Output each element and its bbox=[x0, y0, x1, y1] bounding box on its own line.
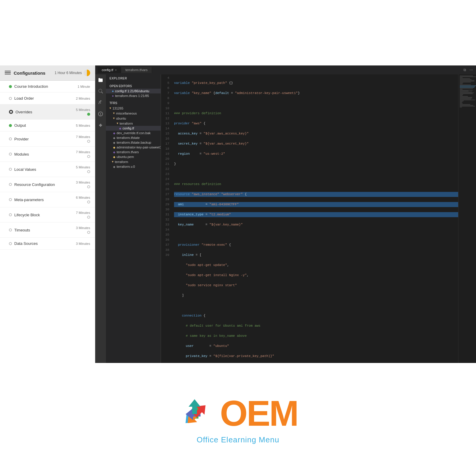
sidebar-item-timeouts[interactable]: Timeouts 3 Minutes bbox=[0, 223, 95, 238]
active-bullet bbox=[9, 110, 13, 114]
file-icon: ● bbox=[112, 94, 114, 98]
logo-main: OEM bbox=[178, 395, 298, 432]
file-name: administrator-key-pair-usweet1.pem bbox=[117, 145, 161, 149]
menu-icon[interactable] bbox=[5, 71, 11, 75]
status-dot bbox=[9, 137, 12, 140]
sidebar-item-provider[interactable]: Provider 7 Minutes bbox=[0, 131, 95, 147]
item-time: 3 Minutes bbox=[76, 226, 90, 230]
split-editor-icon[interactable]: ⧉ bbox=[462, 68, 467, 72]
sidebar-item-local-values[interactable]: Local Values 5 Minutes bbox=[0, 162, 95, 177]
sidebar-item-lifecycle-block[interactable]: Lifecycle Block 7 Minutes bbox=[0, 207, 95, 223]
logo-text-group: OEM bbox=[220, 395, 298, 431]
sidebar-item-output[interactable]: Output 5 Minutes bbox=[0, 120, 95, 131]
tab-label: terraform.tfvars bbox=[125, 68, 148, 72]
item-time: 5 Minutes bbox=[76, 124, 90, 127]
line-numbers: 45678 910111213 1415161718 1920212223 24… bbox=[161, 74, 172, 363]
folder-131265[interactable]: ▾ 131265 bbox=[106, 106, 161, 111]
folder-terraform-root[interactable]: ▾ terraform bbox=[106, 159, 161, 164]
folder-name: terraform bbox=[115, 160, 128, 164]
chevron-icon: ▾ bbox=[113, 111, 115, 115]
open-file-tfvars[interactable]: ● terraform.tfvars 1:21/85 bbox=[106, 93, 161, 98]
sidebar-item-course-intro[interactable]: Course Introduction 1 Minute bbox=[0, 81, 95, 93]
folder-name: terraform bbox=[120, 122, 133, 125]
debug-icon[interactable] bbox=[97, 111, 104, 117]
folder-ubuntu[interactable]: ▾ ubuntu bbox=[106, 116, 161, 121]
sidebar-item-resource-configuration[interactable]: Resource Configuration 3 Minutes bbox=[0, 177, 95, 192]
file-tfvars-icon: ◆ bbox=[113, 151, 115, 154]
file-config-tf[interactable]: ◆ config.tf bbox=[106, 126, 161, 131]
item-time: 1 Minute bbox=[78, 85, 90, 88]
folder-name: ubuntu bbox=[116, 117, 126, 120]
chevron-icon: ▾ bbox=[117, 121, 118, 125]
sidebar-total-time: 1 Hour 6 Minutes bbox=[55, 71, 82, 75]
file-pem-icon: ◆ bbox=[113, 155, 115, 159]
sidebar-item-label: Output bbox=[14, 123, 26, 128]
file-name: terraform.tfvars 1:21/85 bbox=[115, 94, 149, 98]
more-actions-icon[interactable]: ⋯ bbox=[469, 68, 474, 72]
tab-close-icon[interactable]: × bbox=[115, 68, 117, 72]
file-name: ubuntu.pem bbox=[117, 155, 134, 159]
editor-tab-bar: config.tf × terraform.tfvars ⧉ ⋯ bbox=[95, 65, 476, 74]
file-name: terraform.tfvars bbox=[117, 150, 139, 154]
tab-terraform-tfvars[interactable]: terraform.tfvars bbox=[121, 67, 152, 73]
git-icon[interactable] bbox=[97, 99, 104, 106]
logo-oem-text: OEM bbox=[220, 395, 298, 431]
sidebar-item-label: Load Order bbox=[14, 96, 34, 101]
tab-config-tf[interactable]: config.tf × bbox=[98, 67, 121, 73]
file-icon: ● bbox=[112, 89, 114, 93]
item-time: 6 Minutes bbox=[76, 196, 90, 199]
file-tfvars[interactable]: ◆ terraform.tfvars bbox=[106, 150, 161, 154]
activity-bar bbox=[95, 74, 106, 363]
explorer-header: EXPLORER bbox=[106, 74, 161, 82]
code-content[interactable]: variable "private_key_path" {} variable … bbox=[172, 74, 458, 363]
sidebar-item-overrides[interactable]: Overrides 5 Minutes bbox=[0, 104, 95, 120]
folder-terraform[interactable]: ▾ terraform bbox=[106, 121, 161, 126]
sidebar-item-label: Meta-parameters bbox=[14, 198, 44, 202]
sidebar-item-modules[interactable]: Modules 7 Minutes bbox=[0, 147, 95, 162]
open-file-config-tf[interactable]: ● config.tf 1:21/86/ubuntu bbox=[106, 89, 161, 93]
sidebar-item-load-order[interactable]: Load Order 2 Minutes bbox=[0, 93, 95, 104]
extensions-icon[interactable] bbox=[97, 122, 104, 129]
file-explorer: EXPLORER OPEN EDITORS ● config.tf 1:21/8… bbox=[106, 74, 161, 363]
tab-label: config.tf bbox=[102, 68, 113, 72]
file-tfstate-backup[interactable]: ◆ terraform.tfstate.backup bbox=[106, 140, 161, 145]
sidebar-item-label: Overrides bbox=[15, 110, 32, 114]
item-time: 2 Minutes bbox=[76, 97, 90, 100]
logo-arrows-icon bbox=[178, 395, 214, 432]
status-dot bbox=[87, 140, 90, 143]
file-name: config.tf 1:21/86/ubuntu bbox=[115, 89, 149, 93]
item-time: 3 Minutes bbox=[76, 181, 90, 184]
sidebar-header-right: 1 Hour 6 Minutes bbox=[55, 70, 90, 76]
folder-miscellaneous[interactable]: ▾ miscellaneous bbox=[106, 111, 161, 116]
status-dot bbox=[9, 198, 12, 201]
status-dot bbox=[87, 170, 90, 173]
code-panel: config.tf × terraform.tfvars ⧉ ⋯ bbox=[95, 65, 476, 363]
tfrs-label: TFRS bbox=[106, 101, 161, 106]
file-tfstate[interactable]: ◆ terraform.tfstate bbox=[106, 135, 161, 140]
item-time: 7 Minutes bbox=[76, 150, 90, 154]
sidebar: Configurations 1 Hour 6 Minutes Course I… bbox=[0, 65, 95, 363]
sidebar-item-meta-parameters[interactable]: Meta-parameters 6 Minutes bbox=[0, 192, 95, 207]
file-dev-override[interactable]: ◆ dev_override.tf.con.bak bbox=[106, 131, 161, 135]
files-icon[interactable] bbox=[97, 77, 104, 83]
file-pem-admin[interactable]: ◆ administrator-key-pair-usweet1.pem bbox=[106, 145, 161, 150]
item-time: 7 Minutes bbox=[76, 135, 90, 139]
file-terraform-v0[interactable]: ◆ terraform.v.0 bbox=[106, 164, 161, 169]
sidebar-item-data-sources[interactable]: Data Sources 3 Minutes bbox=[0, 238, 95, 250]
progress-icon bbox=[84, 70, 90, 76]
bottom-area: OEM Office Elearning Menu bbox=[0, 363, 476, 476]
item-time: 5 Minutes bbox=[76, 165, 90, 169]
file-icon: ◆ bbox=[113, 131, 115, 135]
sidebar-item-label: Local Values bbox=[14, 167, 36, 172]
status-dot bbox=[9, 85, 12, 88]
search-icon[interactable] bbox=[97, 88, 104, 95]
file-ubuntu-pem[interactable]: ◆ ubuntu.pem bbox=[106, 154, 161, 159]
chevron-icon: ▾ bbox=[112, 160, 114, 164]
logo-tagline-text: Office Elearning Menu bbox=[197, 435, 279, 444]
open-editors-label: OPEN EDITORS bbox=[106, 84, 161, 89]
status-dot bbox=[9, 97, 12, 100]
status-dot bbox=[9, 242, 12, 245]
item-time: 5 Minutes bbox=[76, 108, 90, 112]
code-area[interactable]: 45678 910111213 1415161718 1920212223 24… bbox=[161, 74, 476, 363]
main-container: Configurations 1 Hour 6 Minutes Course I… bbox=[0, 0, 476, 476]
